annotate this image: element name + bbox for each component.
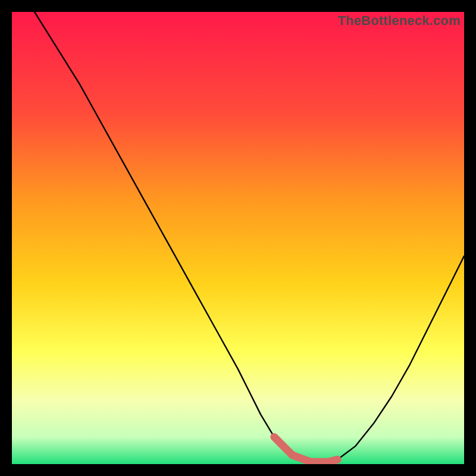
watermark-text: TheBottleneck.com [338, 13, 461, 29]
chart-frame: TheBottleneck.com [12, 12, 464, 464]
chart-svg [12, 12, 464, 464]
gradient-background [12, 12, 464, 464]
